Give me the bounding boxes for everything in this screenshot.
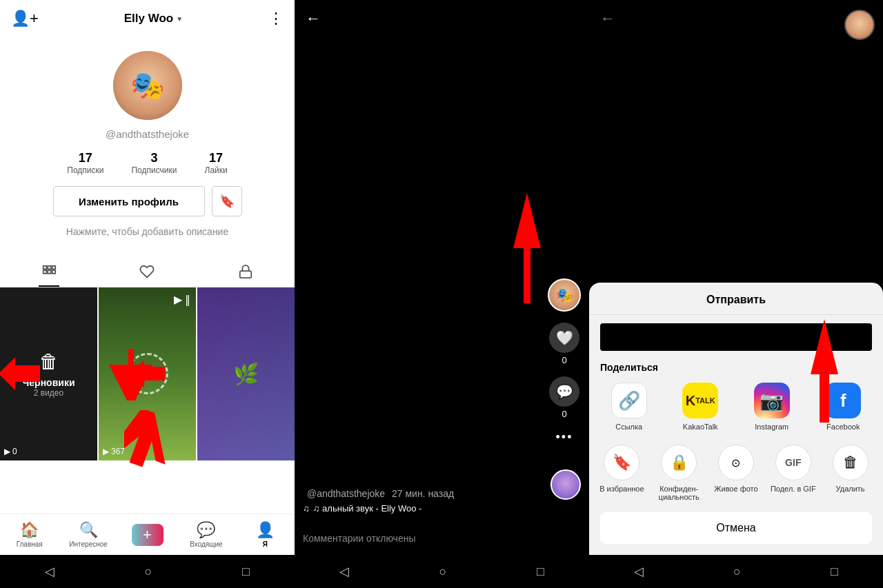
- tab-liked[interactable]: [98, 256, 196, 287]
- livephoto-label: Живое фото: [714, 485, 757, 493]
- profile-handle: @andthatsthejoke: [106, 128, 189, 140]
- share-kakao-btn[interactable]: KTALK KakaoTalk: [666, 380, 735, 434]
- nav-inbox-label: Входящие: [190, 540, 222, 548]
- video-bottom-avatar: [550, 469, 581, 500]
- nav-explore[interactable]: 🔍 Интересное: [59, 514, 117, 555]
- android-nav-3: ◁ ○ □: [589, 555, 883, 588]
- profile-stats: 17 Подписки 3 Подписчики 17 Лайки: [67, 151, 227, 175]
- avatar: 🎭: [113, 51, 182, 120]
- svg-marker-11: [513, 193, 541, 303]
- android-home-btn[interactable]: ○: [145, 565, 152, 579]
- topbar-title[interactable]: Elly Woo ▼: [124, 12, 183, 26]
- share-action-delete[interactable]: 🗑 Удалить: [823, 442, 877, 504]
- svg-rect-4: [48, 270, 51, 274]
- music-icon: ♫: [303, 503, 310, 514]
- play-icon: ▶: [4, 447, 10, 456]
- bookmark-button[interactable]: 🔖: [212, 186, 242, 216]
- video-item-3[interactable]: 🌿: [197, 287, 295, 460]
- share-action-livephoto[interactable]: ⊙ Живое фото: [709, 442, 764, 504]
- nav-profile[interactable]: 👤 Я: [236, 514, 295, 555]
- share-back-button[interactable]: ←: [600, 10, 615, 28]
- android-back-btn-3[interactable]: ◁: [634, 564, 644, 579]
- share-sheet-title: Отправить: [589, 283, 883, 315]
- draft-icon: 🗑: [39, 350, 59, 373]
- stat-following[interactable]: 17 Подписки: [67, 151, 103, 175]
- followers-label: Подписчики: [131, 165, 177, 175]
- android-home-btn-2[interactable]: ○: [439, 565, 447, 579]
- share-video-avatar: [844, 10, 875, 40]
- bottom-nav: 🏠 Главная 🔍 Интересное + 💬 Входящие 👤 Я: [0, 514, 295, 555]
- nav-profile-label: Я: [263, 540, 268, 548]
- nav-create[interactable]: +: [118, 514, 177, 555]
- android-back-btn-2[interactable]: ◁: [339, 564, 349, 579]
- facebook-label: Facebook: [826, 423, 860, 431]
- likes-label: Лайки: [205, 165, 228, 175]
- instagram-label: Instagram: [755, 423, 788, 431]
- svg-marker-12: [811, 319, 838, 423]
- android-recent-btn-2[interactable]: □: [537, 565, 544, 579]
- kakao-label: KakaoTalk: [683, 423, 718, 431]
- search-icon: 🔍: [79, 521, 98, 539]
- android-recent-btn[interactable]: □: [242, 565, 250, 579]
- following-label: Подписки: [67, 165, 103, 175]
- android-home-btn-3[interactable]: ○: [733, 565, 741, 579]
- drafts-item[interactable]: 🗑 Черновики 2 видео ▶ 0: [0, 287, 97, 460]
- edit-profile-button[interactable]: Изменить профиль: [53, 186, 205, 216]
- video-back-button[interactable]: ←: [306, 10, 321, 28]
- share-panel: ← Отправить Поделиться 🔗 Ссылка KTALK Ka…: [589, 0, 883, 588]
- video-sound[interactable]: ♫ ♫ альный звук - Elly Woo -: [303, 503, 548, 514]
- profile-panel: 👤+ Elly Woo ▼ ⋮ 🎭 @andthatsthejoke 17 По…: [0, 0, 295, 588]
- favorite-icon: 🔖: [604, 445, 639, 480]
- profile-bio[interactable]: Нажмите, чтобы добавить описание: [55, 226, 239, 237]
- comment-icon: 💬: [549, 376, 579, 407]
- android-nav-2: ◁ ○ □: [295, 555, 589, 588]
- home-icon: 🏠: [20, 521, 39, 539]
- share-action-privacy[interactable]: 🔒 Конфиден-циальность: [652, 442, 706, 504]
- livephoto-icon: ⊙: [718, 445, 754, 480]
- stat-likes[interactable]: 17 Лайки: [205, 151, 228, 175]
- followers-count: 3: [150, 151, 157, 165]
- share-cancel-button[interactable]: Отмена: [600, 512, 872, 544]
- more-options-icon[interactable]: ⋮: [268, 10, 284, 28]
- video-info: @andthatsthejoke 27 мин. назад ♫ ♫ альны…: [303, 488, 548, 514]
- inbox-icon: 💬: [197, 521, 215, 539]
- share-action-favorite[interactable]: 🔖 В избранное: [595, 442, 649, 504]
- red-arrow-draft: [0, 353, 40, 394]
- android-recent-btn-3[interactable]: □: [831, 565, 838, 579]
- heart-icon: 🤍: [549, 323, 579, 353]
- like-button[interactable]: 🤍 0: [549, 323, 579, 365]
- nav-inbox[interactable]: 💬 Входящие: [177, 514, 235, 555]
- likes-count: 17: [209, 151, 223, 165]
- add-user-icon[interactable]: 👤+: [11, 10, 39, 28]
- svg-marker-7: [0, 357, 40, 390]
- share-action-gif[interactable]: GIF Подел. в GIF: [766, 442, 820, 504]
- svg-marker-10: [124, 410, 179, 472]
- profile-tabs: [0, 256, 295, 287]
- tab-private[interactable]: [197, 256, 295, 287]
- create-button[interactable]: +: [132, 524, 163, 546]
- tab-videos[interactable]: [0, 256, 98, 287]
- nav-home[interactable]: 🏠 Главная: [0, 514, 59, 555]
- favorite-label: В избранное: [599, 485, 644, 493]
- svg-rect-0: [43, 266, 47, 270]
- android-back-btn[interactable]: ◁: [45, 564, 54, 579]
- video-panel: ← 🎭 🤍 0 💬 0 ••• @andthatsthejoke 27 мин.…: [295, 0, 589, 588]
- stat-followers[interactable]: 3 Подписчики: [131, 151, 177, 175]
- video-content[interactable]: 🎭 🤍 0 💬 0 ••• @andthatsthejoke 27 мин. н…: [295, 0, 589, 555]
- video2-views: ▶ 367: [103, 447, 125, 456]
- topbar-left: 👤+: [11, 10, 39, 28]
- bookmark-icon: 🔖: [219, 194, 235, 209]
- dropdown-arrow-icon: ▼: [176, 15, 183, 23]
- share-link-btn[interactable]: 🔗 Ссылка: [595, 380, 664, 434]
- profile-icon: 👤: [256, 521, 275, 539]
- comment-button[interactable]: 💬 0: [549, 376, 579, 419]
- video-author-name: @andthatsthejoke 27 мин. назад: [303, 488, 548, 499]
- android-nav-1: ◁ ○ □: [0, 555, 295, 588]
- privacy-icon: 🔒: [661, 445, 697, 480]
- following-count: 17: [79, 151, 92, 165]
- more-options-button[interactable]: •••: [556, 430, 573, 445]
- delete-label: Удалить: [836, 485, 865, 493]
- red-arrow-overlay-1: [107, 345, 155, 401]
- video-actions: 🎭 🤍 0 💬 0 •••: [548, 278, 581, 445]
- video-grid: 🗑 Черновики 2 видео ▶ 0 🎵 ▶ ‖ ▶ 367: [0, 287, 295, 514]
